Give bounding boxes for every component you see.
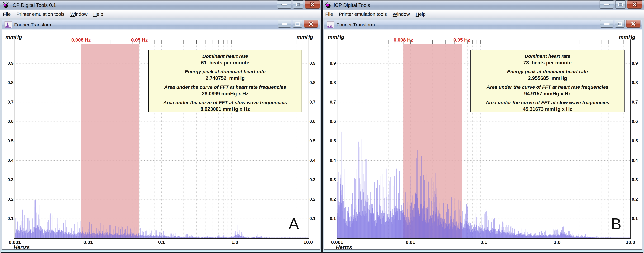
y-tick-label: 0.2 (632, 197, 642, 202)
caption-buttons (600, 0, 642, 8)
x-tick-label: 1.0 (546, 240, 568, 245)
x-tick-label: 0.001 (326, 240, 348, 245)
app-bug-icon (325, 2, 332, 9)
y-tick-label: 0.8 (324, 80, 336, 85)
close-button[interactable] (304, 20, 318, 28)
menu-item-printer-emulation-tools[interactable]: Printer emulation tools (339, 12, 387, 17)
close-button[interactable] (305, 0, 320, 8)
maximize-button[interactable] (615, 0, 626, 8)
minimize-icon (282, 4, 287, 6)
menu-item-printer-emulation-tools[interactable]: Printer emulation tools (16, 12, 64, 17)
menu-item-file[interactable]: File (325, 12, 333, 17)
titlebar[interactable]: ICP Digital Tools (323, 0, 644, 10)
y-tick-label: 0.6 (324, 119, 336, 124)
minimize-button[interactable] (278, 20, 291, 28)
maximize-icon (618, 3, 622, 6)
y-tick-label: 0.5 (632, 138, 642, 144)
y-tick-label: 0.8 (2, 80, 14, 85)
y-axis-unit-left: mmHg (6, 34, 22, 40)
caption-buttons (277, 0, 320, 8)
y-tick-label: 0.3 (2, 177, 14, 182)
y-tick-label: 0.7 (2, 100, 14, 105)
menu-item-window[interactable]: Window (70, 12, 88, 17)
y-axis-unit-right: mmHg (296, 34, 313, 40)
x-tick-label: 10.0 (619, 240, 642, 245)
fft-chart-area: Dominant heart rate73 beats per minuteEn… (324, 30, 642, 250)
panel-letter: A (283, 216, 304, 232)
window-title: ICP Digital Tools (334, 2, 370, 8)
caption-buttons (600, 20, 640, 28)
y-tick-label: 0.6 (310, 119, 320, 124)
mdi-workspace: Fourier Transform Dominant heart rate73 … (323, 18, 643, 253)
y-tick-label: 0.4 (2, 158, 14, 163)
results-panel: Dominant heart rate73 beats per minuteEn… (470, 50, 624, 112)
band-start-label: 0.008 Hz (63, 37, 99, 43)
minimize-icon (604, 4, 610, 6)
caption-buttons (278, 20, 318, 28)
x-tick-label: 1.0 (224, 240, 246, 245)
y-tick-label: 0.7 (632, 100, 642, 105)
y-tick-label: 0.1 (324, 216, 336, 221)
y-tick-label: 0.9 (2, 61, 14, 66)
maximize-icon (296, 3, 300, 6)
app-window-b: ICP Digital Tools FilePrinter emulation … (322, 0, 644, 253)
fft-spectrum-icon (4, 22, 12, 28)
menu-item-window[interactable]: Window (393, 12, 410, 17)
maximize-button[interactable] (615, 20, 625, 28)
y-tick-label: 0.7 (310, 100, 320, 105)
menu-bar: FilePrinter emulation toolsWindowHelp (323, 10, 644, 18)
mdi-workspace: Fourier Transform Dominant heart rate61 … (1, 18, 321, 253)
panel-label: Area under the curve of FFT at heart rat… (149, 84, 302, 90)
panel-letter: B (605, 216, 627, 232)
fourier-titlebar[interactable]: Fourier Transform (2, 20, 320, 30)
menu-item-help[interactable]: Help (94, 12, 103, 17)
y-tick-label: 0.8 (632, 80, 642, 85)
minimize-icon (282, 23, 288, 25)
panel-label: Area under the curve of FFT at slow wave… (149, 99, 302, 106)
fourier-title: Fourier Transform (14, 22, 52, 28)
y-tick-label: 0.9 (632, 61, 642, 66)
y-tick-label: 0.2 (310, 197, 320, 202)
fourier-titlebar[interactable]: Fourier Transform (324, 20, 642, 30)
fft-spectrum-icon (327, 22, 334, 28)
y-axis-unit-left: mmHg (328, 34, 344, 40)
results-panel: Dominant heart rate61 beats per minuteEn… (148, 50, 302, 112)
y-tick-label: 0.3 (310, 177, 320, 182)
y-tick-label: 0.5 (324, 138, 336, 144)
x-tick-label: 0.1 (472, 240, 495, 245)
maximize-icon (618, 22, 622, 26)
y-tick-label: 0.4 (310, 158, 320, 163)
maximize-button[interactable] (293, 0, 303, 8)
minimize-button[interactable] (277, 0, 292, 8)
y-tick-label: 0.6 (632, 119, 642, 124)
y-tick-label: 0.8 (310, 80, 320, 85)
panel-value: 61 beats per minute (149, 60, 302, 66)
y-tick-label: 0.9 (324, 61, 336, 66)
y-tick-label: 0.5 (310, 138, 320, 144)
close-icon (632, 2, 638, 7)
panel-label: Dominant heart rate (149, 53, 302, 60)
x-tick-label: 0.01 (77, 240, 100, 245)
y-axis-unit-right: mmHg (619, 34, 636, 40)
x-tick-label: 0.01 (399, 240, 422, 245)
panel-value: 2.740752 mmHg (149, 75, 302, 82)
y-tick-label: 0.2 (2, 197, 14, 202)
minimize-button[interactable] (600, 0, 614, 8)
menu-item-file[interactable]: File (3, 12, 11, 17)
close-button[interactable] (627, 0, 642, 8)
panel-label: Energy peak at dominant heart rate (149, 68, 302, 75)
y-tick-label: 0.6 (2, 119, 14, 124)
panel-value: 28.0899 mmHg x Hz (149, 90, 302, 97)
maximize-button[interactable] (293, 20, 302, 28)
fourier-window: Fourier Transform Dominant heart rate73 … (324, 20, 642, 250)
y-tick-label: 0.9 (310, 61, 320, 66)
close-button[interactable] (626, 20, 640, 28)
titlebar[interactable]: ICP Digital Tools 0.1 (0, 0, 321, 10)
panel-label: Area under the curve of FFT at heart rat… (471, 84, 624, 90)
slow-wave-band (81, 44, 140, 238)
menu-item-help[interactable]: Help (416, 12, 426, 17)
y-tick-label: 0.5 (2, 138, 14, 144)
band-start-label: 0.008 Hz (386, 37, 421, 43)
minimize-button[interactable] (600, 20, 614, 28)
y-tick-label: 0.3 (324, 177, 336, 182)
